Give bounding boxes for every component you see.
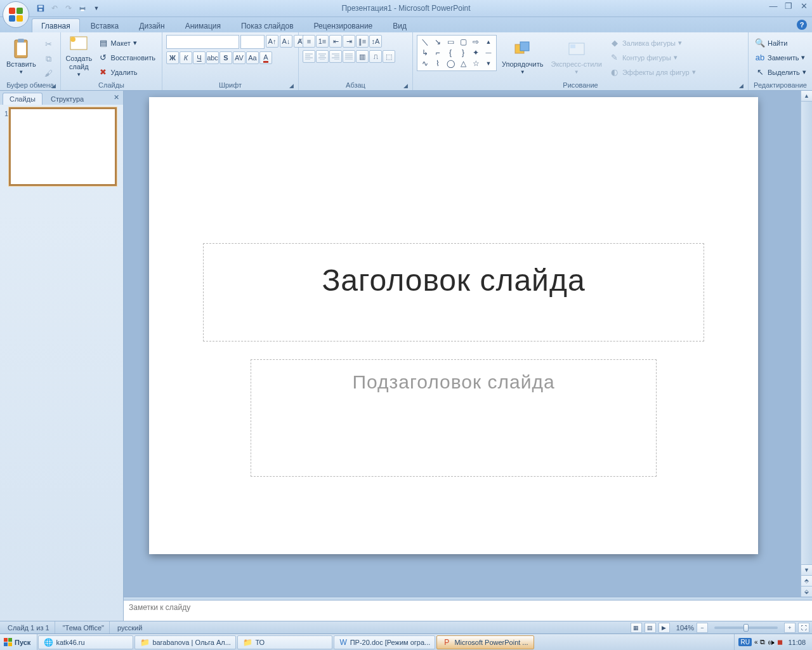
taskbar-item-word[interactable]: WПР-20.doc [Режим огра... [334, 635, 435, 649]
font-color-button[interactable]: A [259, 51, 272, 64]
align-center-button[interactable] [316, 50, 329, 63]
paste-button[interactable]: Вставить ▼ [4, 35, 39, 78]
justify-button[interactable] [343, 50, 355, 63]
italic-button[interactable]: К [180, 51, 192, 64]
replace-button[interactable]: abЗаменить ▾ [752, 51, 809, 64]
align-text-button[interactable]: ⎍ [369, 50, 382, 63]
sorter-view-button[interactable]: ▤ [645, 623, 656, 633]
tray-expand-icon[interactable]: « [754, 639, 758, 646]
restore-button[interactable]: ❐ [783, 1, 794, 11]
quick-print-icon[interactable] [77, 3, 88, 14]
tab-view[interactable]: Вид [383, 18, 416, 32]
zoom-in-button[interactable]: + [784, 623, 796, 633]
slide-editor[interactable]: Заголовок слайда Подзаголовок слайда ▲ ▼… [124, 91, 812, 597]
tab-insert[interactable]: Вставка [81, 18, 129, 32]
strike-button[interactable]: abc [206, 51, 219, 64]
fit-window-button[interactable]: ⛶ [798, 623, 809, 633]
taskbar-item-folder2[interactable]: 📁ТО [237, 635, 332, 649]
normal-view-button[interactable]: ▦ [631, 623, 642, 633]
tab-slideshow[interactable]: Показ слайдов [232, 18, 303, 32]
align-left-button[interactable] [303, 50, 315, 63]
text-direction-button[interactable]: ↕A [369, 35, 382, 48]
decrease-indent-button[interactable]: ⇤ [329, 35, 342, 48]
shape-effects-button[interactable]: ◐Эффекты для фигур ▾ [607, 65, 698, 79]
quick-styles-button[interactable]: Экспресс-стили ▼ [548, 35, 604, 78]
delete-slide-button[interactable]: ✖Удалить [96, 65, 158, 79]
tray-app-icon[interactable]: ◼ [777, 638, 783, 646]
cut-button[interactable]: ✂ [41, 37, 56, 51]
drawing-launcher[interactable]: ◢ [737, 81, 745, 90]
redo-icon[interactable]: ↷ [63, 3, 74, 14]
start-button[interactable]: Пуск [0, 634, 37, 650]
tray-language[interactable]: RU [738, 638, 751, 646]
clipboard-launcher[interactable]: ◢ [49, 81, 58, 90]
zoom-level[interactable]: 104% [676, 624, 694, 632]
tray-clock[interactable]: 11:08 [785, 639, 808, 646]
office-button[interactable] [3, 1, 29, 28]
panel-close-icon[interactable]: ✕ [114, 93, 119, 102]
shape-fill-button[interactable]: ◆Заливка фигуры ▾ [607, 36, 698, 50]
panel-tab-slides[interactable]: Слайды [3, 93, 43, 105]
new-slide-button[interactable]: Создать слайд ▼ [65, 35, 93, 78]
taskbar-item-browser[interactable]: 🌐katk46.ru [38, 635, 133, 649]
char-spacing-button[interactable]: AV [233, 51, 246, 64]
title-placeholder[interactable]: Заголовок слайда [203, 243, 704, 342]
status-theme[interactable]: "Тема Office" [58, 621, 110, 633]
minimize-button[interactable]: — [768, 1, 779, 11]
tray-network-icon[interactable]: ⧉ [760, 638, 765, 646]
smartart-button[interactable]: ⬚ [383, 50, 395, 63]
tab-animations[interactable]: Анимация [176, 18, 230, 32]
close-button[interactable]: ✕ [798, 1, 809, 11]
status-language[interactable]: русский [112, 621, 147, 633]
shapes-gallery[interactable]: ＼ ↘ ▭ ▢ ⇨ ▲ ↳ ⌐ { } ✦ — ∿ ⌇ ◯ △ ☆ ▼ [417, 35, 497, 71]
help-icon[interactable]: ? [797, 20, 807, 30]
undo-icon[interactable]: ↶ [49, 3, 60, 14]
columns-button[interactable]: ▥ [356, 50, 369, 63]
prev-slide-icon[interactable]: ⬘ [801, 576, 812, 587]
reset-button[interactable]: ↺Восстановить [96, 51, 158, 64]
bold-button[interactable]: Ж [166, 51, 179, 64]
zoom-out-button[interactable]: − [697, 623, 708, 633]
taskbar-item-folder1[interactable]: 📁barabanova | Ольга Ал... [134, 635, 236, 649]
slide-thumbnail-1[interactable] [10, 109, 115, 185]
increase-indent-button[interactable]: ⇥ [343, 35, 355, 48]
shadow-button[interactable]: S [219, 51, 232, 64]
grow-font-button[interactable]: A↑ [266, 35, 278, 48]
zoom-slider[interactable] [714, 627, 778, 629]
slideshow-view-button[interactable]: ▶ [658, 623, 670, 633]
status-slide-info[interactable]: Слайд 1 из 1 [3, 621, 55, 633]
line-spacing-button[interactable]: ‖≡ [356, 35, 369, 48]
next-slide-icon[interactable]: ⬙ [801, 587, 812, 597]
qat-more-icon[interactable]: ▼ [91, 3, 102, 14]
bullets-button[interactable]: ≡ [303, 35, 315, 48]
select-button[interactable]: ↖Выделить ▾ [752, 65, 809, 79]
taskbar-item-powerpoint[interactable]: PMicrosoft PowerPoint ... [436, 635, 534, 649]
arrange-button[interactable]: Упорядочить ▼ [499, 35, 546, 78]
tab-review[interactable]: Рецензирование [304, 18, 383, 32]
numbering-button[interactable]: 1≡ [316, 35, 329, 48]
change-case-button[interactable]: Aa [246, 51, 259, 64]
copy-button[interactable]: ⧉ [41, 52, 56, 65]
font-size-combo[interactable] [240, 35, 265, 49]
tab-design[interactable]: Дизайн [129, 18, 174, 32]
tray-sound-icon[interactable]: 🕪 [768, 639, 775, 646]
font-family-combo[interactable] [166, 35, 239, 49]
slide-canvas[interactable]: Заголовок слайда Подзаголовок слайда [149, 97, 758, 554]
underline-button[interactable]: Ч [193, 51, 206, 64]
shrink-font-button[interactable]: A↓ [280, 35, 292, 48]
scroll-down-icon[interactable]: ▼ [801, 564, 812, 575]
align-right-button[interactable] [329, 50, 342, 63]
layout-button[interactable]: ▤Макет ▾ [96, 36, 158, 50]
subtitle-placeholder[interactable]: Подзаголовок слайда [251, 359, 657, 477]
paragraph-launcher[interactable]: ◢ [401, 81, 410, 90]
save-icon[interactable] [35, 3, 46, 14]
find-button[interactable]: 🔍Найти [752, 36, 809, 50]
shape-outline-button[interactable]: ✎Контур фигуры ▾ [607, 51, 698, 64]
scroll-up-icon[interactable]: ▲ [801, 91, 812, 102]
tab-home[interactable]: Главная [32, 18, 80, 32]
vertical-scrollbar[interactable]: ▲ ▼ ⬘ ⬙ [801, 91, 812, 597]
format-painter-button[interactable]: 🖌 [41, 67, 56, 80]
font-launcher[interactable]: ◢ [287, 81, 296, 90]
notes-pane[interactable]: Заметки к слайду [124, 600, 812, 621]
panel-tab-outline[interactable]: Структура [44, 93, 91, 105]
